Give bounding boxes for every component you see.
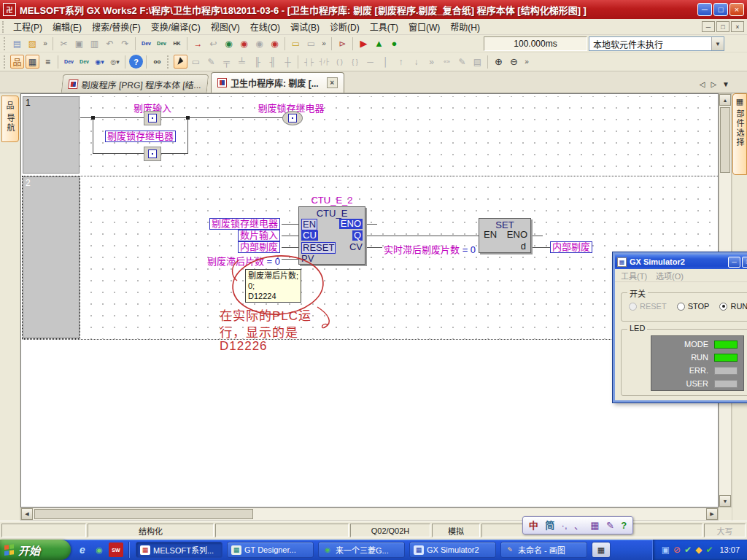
- pin-en[interactable]: EN: [301, 219, 317, 230]
- tray-agent-icon[interactable]: ✔: [684, 545, 692, 554]
- select-mode-icon[interactable]: [174, 55, 187, 69]
- toolbar2-overflow-icon[interactable]: »: [522, 55, 531, 69]
- input-en-label[interactable]: 剔废锁存继电器: [209, 218, 280, 230]
- simulator-maximize-button[interactable]: □: [742, 257, 747, 268]
- rung1-header[interactable]: 1: [23, 96, 80, 174]
- output-cv-label[interactable]: 实时滞后剔废片数 = 0: [384, 242, 476, 256]
- tray-antivirus-icon[interactable]: ✔: [705, 545, 713, 554]
- ime-mode-icon[interactable]: 简: [545, 521, 554, 530]
- input-cu-label[interactable]: 数片输入: [238, 230, 280, 241]
- device-memory-icon[interactable]: Dev: [77, 55, 91, 69]
- set-function-block[interactable]: SET EN ENO d: [479, 218, 531, 253]
- toolbar-overflow-icon[interactable]: »: [41, 36, 50, 50]
- ime-softkeyboard-icon[interactable]: ▦: [590, 521, 599, 530]
- tab-program-body[interactable]: 剔废程序 [PRG] 程序本体 [结...: [61, 74, 209, 93]
- monitor-pause-icon[interactable]: ◉: [252, 36, 266, 50]
- pen-edit-icon[interactable]: ✎: [204, 55, 218, 69]
- horizontal-scroll-thumb[interactable]: [34, 509, 253, 519]
- menu-diagnostics[interactable]: 诊断(D): [325, 19, 365, 34]
- zoom-in-icon[interactable]: ⊕: [492, 55, 506, 69]
- gx-simulator2-window[interactable]: ▦ GX Simulator2 ─ □ 工具(T) 选项(O) 开关 RESET…: [613, 252, 747, 402]
- read-from-plc-icon[interactable]: ↩: [206, 36, 220, 50]
- minimize-button[interactable]: ─: [697, 3, 712, 16]
- comment-edit-icon[interactable]: ✎: [455, 55, 469, 69]
- ime-punctuation-icon[interactable]: ·,: [562, 521, 568, 530]
- element-selection-panel-tab[interactable]: ▦ 部件选择: [732, 93, 747, 175]
- simulation-info-icon[interactable]: ●: [387, 36, 401, 50]
- start-button[interactable]: 开始: [0, 540, 71, 560]
- simulator-menu-tools[interactable]: 工具(T): [621, 270, 647, 281]
- help-icon[interactable]: ?: [129, 55, 143, 69]
- write-to-plc-icon[interactable]: →: [191, 36, 205, 50]
- monitor-start-icon[interactable]: ◉: [222, 36, 236, 50]
- new-project-icon[interactable]: ▤: [10, 36, 24, 50]
- navigation-panel-tab[interactable]: 品 导航: [1, 96, 19, 142]
- tab-scroll-right-icon[interactable]: ▷: [711, 80, 716, 88]
- vertical-line-icon[interactable]: │: [379, 55, 392, 69]
- tab-list-dropdown-icon[interactable]: ▼: [722, 80, 729, 88]
- statement-icon[interactable]: ▭: [304, 36, 318, 50]
- restore-button[interactable]: □: [713, 3, 728, 16]
- mdi-restore-button[interactable]: □: [716, 21, 729, 32]
- quicklaunch-ie-icon[interactable]: e: [75, 542, 90, 557]
- simulation-warning-icon[interactable]: ▲: [372, 36, 386, 50]
- coil-latch-relay[interactable]: [282, 111, 303, 125]
- scroll-left-icon[interactable]: ◀: [21, 508, 33, 520]
- menu-find-replace[interactable]: 搜索/替换(F): [87, 19, 146, 34]
- menu-help[interactable]: 帮助(H): [445, 19, 485, 34]
- menu-view[interactable]: 视图(V): [206, 19, 245, 34]
- coil-symbol-icon[interactable]: ( ): [333, 55, 347, 69]
- open-project-icon[interactable]: ▨: [26, 36, 39, 50]
- closed-contact-icon[interactable]: ┤/├: [317, 55, 331, 69]
- menu-debug[interactable]: 调试(B): [285, 19, 325, 34]
- copy-icon[interactable]: ▣: [72, 36, 86, 50]
- redo-icon[interactable]: ↷: [118, 36, 132, 50]
- tab-close-icon[interactable]: ×: [327, 77, 338, 88]
- ime-lang-icon[interactable]: 中: [529, 521, 538, 530]
- cut-icon[interactable]: ✂: [57, 36, 71, 50]
- device-test-icon[interactable]: Dev: [155, 36, 169, 50]
- tab-library-active[interactable]: 卫生巾程序库: 剔废 [... ×: [211, 72, 344, 93]
- exec-status-combobox[interactable]: 本地软元件未执行 ▼: [589, 36, 724, 51]
- task-gt-designer[interactable]: ▦ GT Designer...: [227, 542, 314, 558]
- ime-help-icon[interactable]: ?: [621, 521, 627, 530]
- input-reset-label[interactable]: 内部剔废: [238, 241, 280, 253]
- combo-dropdown-icon[interactable]: ▼: [711, 37, 724, 50]
- insert-column-icon[interactable]: ╟: [250, 55, 264, 69]
- vertical-scroll-thumb[interactable]: [720, 107, 730, 173]
- ime-tools-icon[interactable]: ✎: [606, 521, 614, 530]
- rung2-header-selected[interactable]: 2: [23, 176, 80, 338]
- menu-edit[interactable]: 编辑(E): [47, 19, 87, 34]
- keyboard-layout-button[interactable]: ▦: [592, 542, 611, 558]
- device-search-icon[interactable]: ◎▾: [108, 55, 122, 69]
- contact-scrap-input[interactable]: [144, 111, 161, 125]
- tray-shield-warning-icon[interactable]: ◆: [695, 545, 702, 554]
- menu-convert-compile[interactable]: 变换/编译(C): [146, 19, 206, 34]
- edit-wire-icon[interactable]: ┼: [281, 55, 295, 69]
- quicklaunch-solidworks-icon[interactable]: SW: [109, 542, 123, 557]
- fb-instance-name[interactable]: CTU_E_2: [298, 195, 365, 206]
- menu-online[interactable]: 在线(O): [245, 19, 285, 34]
- pin-reset[interactable]: RESET: [301, 242, 336, 254]
- contact-latch-relay[interactable]: [144, 147, 161, 161]
- toolbar-overflow2-icon[interactable]: »: [320, 36, 328, 50]
- menu-tools[interactable]: 工具(T): [365, 19, 403, 34]
- pin-cu[interactable]: CU: [301, 230, 318, 241]
- mdi-close-button[interactable]: ×: [731, 21, 744, 32]
- simulator-title-bar[interactable]: ▦ GX Simulator2 ─ □: [615, 254, 747, 269]
- insert-row-icon[interactable]: ╤: [220, 55, 233, 69]
- monitor-write-icon[interactable]: ◉: [237, 36, 251, 50]
- ime-fullhalf-icon[interactable]: 、: [574, 521, 584, 530]
- list-edit-icon[interactable]: ▤: [471, 55, 484, 69]
- find-icon[interactable]: oo: [150, 55, 164, 69]
- task-paint[interactable]: ✎ 未命名 - 画图: [500, 542, 587, 558]
- task-gx-simulator[interactable]: ▦ GX Simulator2: [409, 542, 496, 558]
- navigation-window-icon[interactable]: 品: [10, 55, 24, 69]
- falling-pulse-icon[interactable]: ↓: [409, 55, 423, 69]
- jump-icon[interactable]: »: [425, 55, 438, 69]
- device-display-icon[interactable]: ◉▾: [93, 55, 107, 69]
- scroll-right-icon[interactable]: ▶: [706, 508, 718, 520]
- task-melsoft[interactable]: ▦ MELSOFT系列...: [136, 542, 222, 558]
- radio-reset[interactable]: RESET: [629, 302, 667, 311]
- branch-contact-label[interactable]: 剔废锁存继电器: [105, 131, 176, 142]
